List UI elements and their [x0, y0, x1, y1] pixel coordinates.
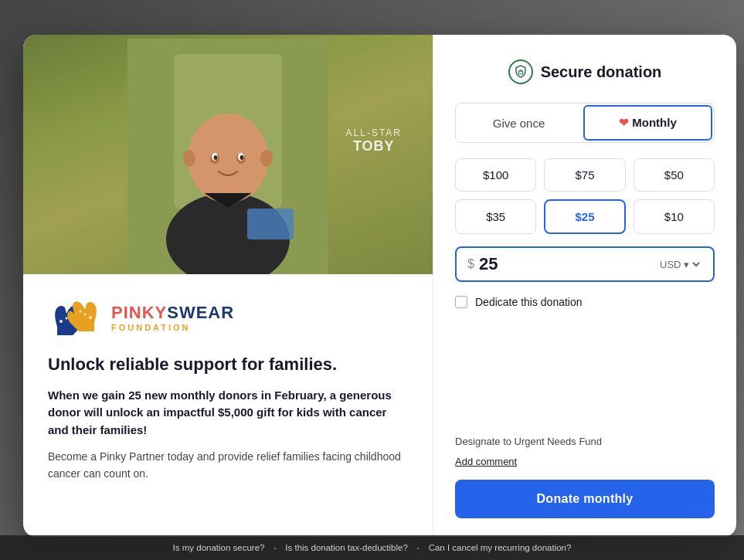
amount-btn-10[interactable]: $10 [634, 199, 715, 234]
dedicate-label[interactable]: Dedicate this donation [475, 296, 583, 308]
logo-row: PINKYSWEAR FOUNDATION [48, 296, 408, 338]
svg-point-17 [89, 316, 92, 319]
faq-q1[interactable]: Is my donation secure? [173, 543, 265, 552]
donate-button[interactable]: Donate monthly [455, 480, 715, 518]
faq-q2[interactable]: Is this donation tax-deductible? [285, 543, 408, 552]
svg-point-9 [214, 155, 218, 160]
designate-row: Designate to Urgent Needs Fund [455, 434, 715, 448]
child-illustration [127, 39, 328, 274]
logo-text: PINKYSWEAR FOUNDATION [111, 303, 234, 332]
modal-container: ALL-STAR TOBY [23, 35, 736, 537]
hero-image: ALL-STAR TOBY [23, 35, 433, 274]
amount-btn-75[interactable]: $75 [544, 158, 625, 192]
left-content: PINKYSWEAR FOUNDATION Unlock reliable su… [23, 274, 433, 537]
tab-monthly[interactable]: ❤Monthly [583, 105, 712, 141]
dedicate-checkbox[interactable] [455, 296, 467, 308]
svg-rect-13 [247, 209, 294, 239]
amount-btn-25[interactable]: $25 [544, 199, 625, 234]
secure-header: Secure donation [455, 59, 715, 84]
left-headline: Unlock reliable support for families. [48, 354, 408, 376]
left-panel: ALL-STAR TOBY [23, 35, 433, 537]
left-body-bold: When we gain 25 new monthly donors in Fe… [48, 387, 408, 440]
amount-btn-50[interactable]: $50 [634, 158, 715, 192]
pinkyswear-logo-icon [48, 296, 102, 338]
svg-point-18 [84, 314, 87, 316]
svg-point-19 [80, 311, 82, 313]
svg-point-4 [188, 114, 268, 203]
dollar-sign: $ [467, 257, 474, 271]
right-panel: Secure donation Give once ❤Monthly $100 … [433, 35, 736, 537]
svg-point-15 [66, 317, 68, 320]
currency-select[interactable]: USD ▾ CAD EUR GBP [657, 258, 702, 271]
secure-title: Secure donation [541, 63, 662, 81]
logo-foundation: FOUNDATION [111, 323, 234, 332]
shield-lock-icon [508, 59, 533, 84]
svg-point-11 [183, 150, 195, 167]
amount-grid: $100 $75 $50 $35 $25 $10 [455, 158, 715, 234]
heart-icon: ❤ [619, 116, 629, 129]
logo-name: PINKYSWEAR [111, 303, 234, 323]
amount-btn-35[interactable]: $35 [455, 199, 536, 234]
frequency-tabs[interactable]: Give once ❤Monthly [455, 103, 715, 143]
faq-bar: Is my donation secure? • Is this donatio… [0, 535, 744, 560]
designate-text: Designate to Urgent Needs Fund [455, 436, 602, 447]
amount-btn-100[interactable]: $100 [455, 158, 536, 192]
dedicate-row: Dedicate this donation [455, 296, 715, 308]
faq-q3[interactable]: Can I cancel my recurring donation? [429, 543, 572, 552]
allstar-badge: ALL-STAR TOBY [346, 127, 402, 154]
left-body-normal: Become a Pinky Partner today and provide… [48, 448, 408, 483]
svg-point-10 [240, 155, 244, 160]
svg-point-12 [260, 150, 273, 167]
hero-name: TOBY [346, 138, 402, 154]
svg-rect-20 [518, 71, 522, 74]
spacer [455, 324, 715, 434]
amount-input[interactable] [479, 254, 657, 274]
tab-give-once[interactable]: Give once [456, 104, 582, 142]
allstar-label: ALL-STAR [346, 127, 402, 138]
add-comment-link[interactable]: Add comment [455, 456, 715, 467]
dot-2: • [417, 545, 420, 552]
custom-amount-row: $ USD ▾ CAD EUR GBP [455, 246, 715, 282]
svg-point-14 [59, 320, 63, 323]
dot-1: • [273, 545, 276, 552]
